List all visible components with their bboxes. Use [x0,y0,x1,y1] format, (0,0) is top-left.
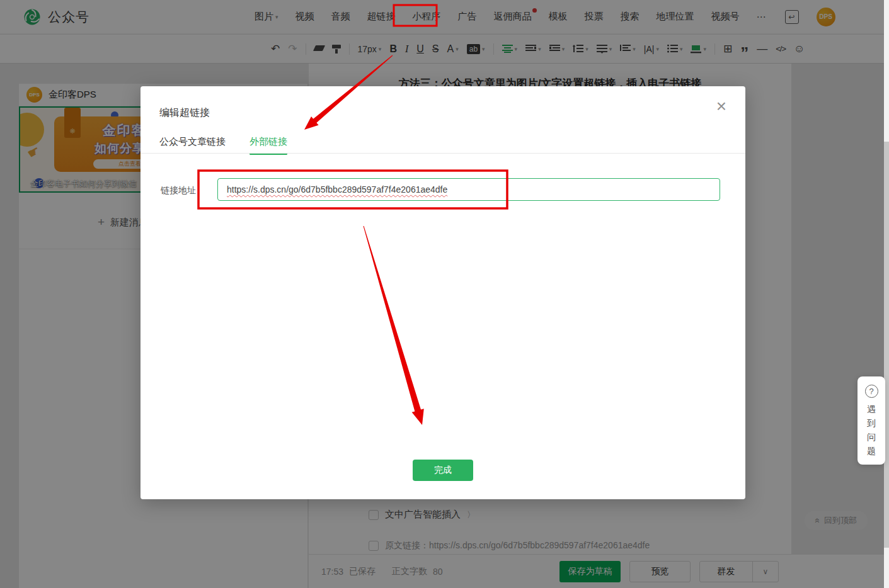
dialog-tabs: 公众号文章链接 外部链接 [159,136,287,155]
dialog-title: 编辑超链接 [159,106,210,120]
help-float-button[interactable]: ? 遇到问题 [857,376,885,465]
done-button[interactable]: 完成 [413,460,473,481]
tab-external-link[interactable]: 外部链接 [249,136,287,155]
dialog-divider [141,153,745,154]
link-address-input[interactable]: https://s.dps.cn/go/6d7b5fbbc289d597af7f… [217,178,720,201]
close-icon[interactable]: × [716,98,726,115]
edit-hyperlink-dialog: 编辑超链接 × 公众号文章链接 外部链接 链接地址 https://s.dps.… [141,86,745,499]
tab-article-link[interactable]: 公众号文章链接 [159,136,226,155]
scrollbar-thumb[interactable] [884,142,889,548]
page: 公众号 图片▾ 视频 音频 超链接 小程序 广告 返佣商品 模板 投票 搜索 地… [0,0,889,588]
page-scrollbar [884,0,889,588]
link-url-text: https://s.dps.cn/go/6d7b5fbbc289d597af7f… [227,184,447,195]
link-address-label: 链接地址 [161,185,196,196]
question-icon: ? [865,385,878,398]
help-label: 遇到问题 [867,402,876,458]
